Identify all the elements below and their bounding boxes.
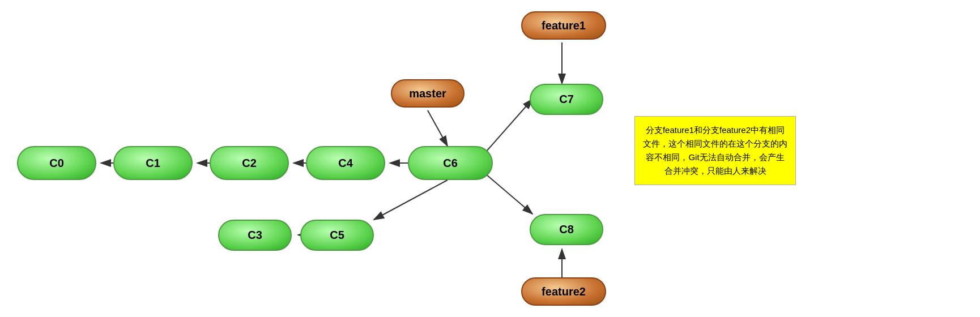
node-C8: C8 [530,214,603,245]
node-feature1: feature1 [521,11,606,40]
svg-line-8 [486,174,532,214]
node-C7: C7 [530,84,603,115]
node-C8-label: C8 [559,223,574,236]
node-C6-label: C6 [443,157,458,170]
node-C4-label: C4 [338,157,353,170]
node-feature2-label: feature2 [542,285,586,298]
node-feature1-label: feature1 [542,19,586,32]
node-C2: C2 [210,146,289,180]
node-C5-label: C5 [330,229,344,242]
node-C7-label: C7 [559,93,574,106]
svg-line-7 [486,99,532,152]
node-master: master [391,79,465,108]
annotation-box: 分支feature1和分支feature2中有相同文件，这个相同文件的在这个分支… [634,116,796,185]
node-C1-label: C1 [146,157,160,170]
node-C1: C1 [113,146,193,180]
annotation-text: 分支feature1和分支feature2中有相同文件，这个相同文件的在这个分支… [643,125,787,175]
node-C0-label: C0 [49,157,64,170]
svg-line-10 [374,180,448,220]
node-C0: C0 [17,146,96,180]
node-C2-label: C2 [242,157,257,170]
node-C3-label: C3 [248,229,262,242]
diagram-canvas: C0 C1 C2 C3 C4 C5 C6 C7 C8 master featur… [0,0,980,317]
node-C6: C6 [408,146,493,180]
node-C5: C5 [300,220,374,251]
node-C4: C4 [306,146,385,180]
node-feature2: feature2 [521,277,606,306]
node-C3: C3 [218,220,292,251]
svg-line-5 [428,110,448,146]
node-master-label: master [409,87,446,100]
